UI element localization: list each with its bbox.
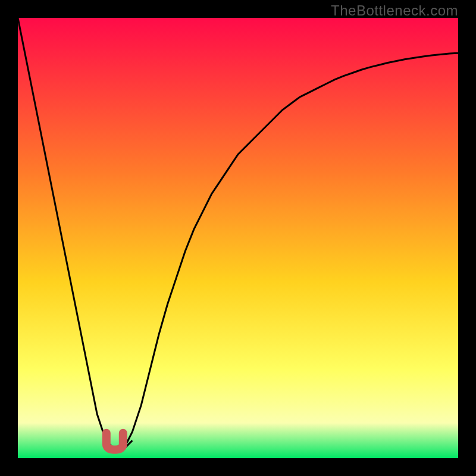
plot-area bbox=[18, 18, 458, 458]
chart-frame: TheBottleneck.com bbox=[0, 0, 476, 476]
gradient-background bbox=[18, 18, 458, 458]
watermark-text: TheBottleneck.com bbox=[331, 2, 458, 19]
plot-svg bbox=[18, 18, 458, 458]
